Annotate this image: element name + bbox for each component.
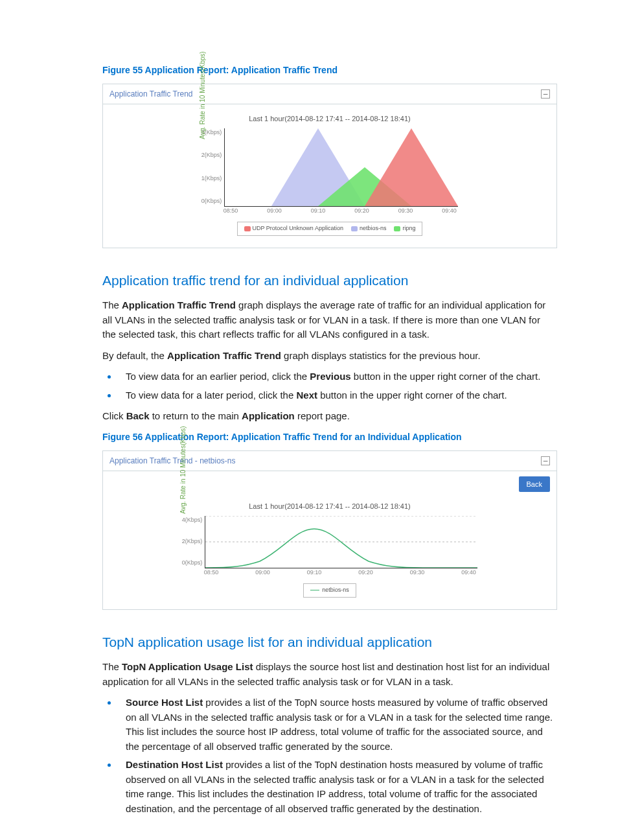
panel-title: Application Traffic Trend - netbios-ns bbox=[109, 455, 236, 467]
panel-header: Application Traffic Trend - netbios-ns – bbox=[103, 451, 556, 471]
chart-1-yticks: 3(Kbps) 2(Kbps) 1(Kbps) 0(Kbps) bbox=[201, 128, 225, 206]
list-item: Destination Host List provides a list of… bbox=[102, 758, 556, 816]
chart-2-ylabel: Avg. Rate in 10 Minutes(Kbps) bbox=[178, 426, 188, 514]
chart-1-ylabel: Avg. Rate in 10 Minutes(Kbps) bbox=[198, 52, 207, 139]
figure-56-caption: Figure 56 Application Report: Applicatio… bbox=[102, 430, 556, 444]
figure-55-caption: Figure 55 Application Report: Applicatio… bbox=[102, 64, 556, 77]
list-item: Source Host List provides a list of the … bbox=[102, 695, 556, 754]
section-1-p2: By default, the Application Traffic Tren… bbox=[102, 349, 556, 364]
section-1-p1: The Application Traffic Trend graph disp… bbox=[102, 298, 556, 342]
figure-56-panel: Application Traffic Trend - netbios-ns –… bbox=[102, 450, 557, 610]
chart-2-title: Last 1 hour(2014-08-12 17:41 -- 2014-08-… bbox=[182, 501, 478, 512]
chart-2-legend: netbios-ns bbox=[303, 583, 356, 598]
panel-body: Last 1 hour(2014-08-12 17:41 -- 2014-08-… bbox=[103, 492, 556, 609]
collapse-icon[interactable]: – bbox=[541, 456, 550, 465]
section-1-p3: Click Back to return to the main Applica… bbox=[102, 409, 556, 424]
svg-marker-2 bbox=[365, 128, 458, 206]
chart-2-plot bbox=[205, 516, 477, 568]
section-2-p1: The TopN Application Usage List displays… bbox=[102, 660, 556, 689]
back-button[interactable]: Back bbox=[519, 476, 550, 493]
chart-1-title: Last 1 hour(2014-08-12 17:41 -- 2014-08-… bbox=[201, 113, 459, 124]
figure-55-panel: Application Traffic Trend – Last 1 hour(… bbox=[102, 84, 557, 248]
chart-2-yticks: 4(Kbps) 2(Kbps) 0(Kbps) bbox=[182, 516, 205, 568]
panel-header: Application Traffic Trend – bbox=[103, 84, 556, 104]
chart-1-xticks: 08:50 09:00 09:10 09:20 09:30 09:40 bbox=[223, 207, 457, 216]
page-content: Figure 55 Application Report: Applicatio… bbox=[0, 0, 618, 840]
list-item: To view data for a later period, click t… bbox=[102, 388, 556, 403]
panel-body: Last 1 hour(2014-08-12 17:41 -- 2014-08-… bbox=[103, 104, 556, 248]
collapse-icon[interactable]: – bbox=[541, 89, 550, 99]
panel-toolbar: Back bbox=[103, 471, 556, 493]
panel-title: Application Traffic Trend bbox=[109, 88, 193, 100]
chart-1: Last 1 hour(2014-08-12 17:41 -- 2014-08-… bbox=[201, 113, 459, 236]
list-item: To view data for an earlier period, clic… bbox=[102, 369, 556, 384]
section-1-heading: Application traffic trend for an individ… bbox=[102, 270, 556, 291]
chart-1-legend: UDP Protocol Unknown Application netbios… bbox=[237, 222, 423, 236]
section-2-heading: TopN application usage list for an indiv… bbox=[102, 632, 556, 653]
section-1-list: To view data for an earlier period, clic… bbox=[102, 369, 556, 402]
chart-2: Last 1 hour(2014-08-12 17:41 -- 2014-08-… bbox=[182, 501, 478, 598]
chart-1-plot bbox=[224, 128, 458, 207]
chart-2-xticks: 08:50 09:00 09:10 09:20 09:30 09:40 bbox=[204, 568, 476, 578]
section-2-list: Source Host List provides a list of the … bbox=[102, 695, 556, 816]
